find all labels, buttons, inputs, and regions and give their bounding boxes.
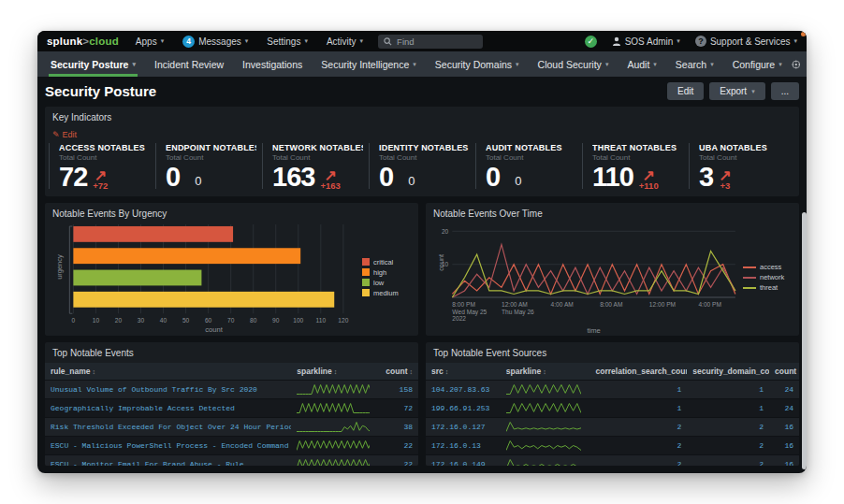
edit-button[interactable]: Edit (667, 82, 704, 100)
column-header-rule-name[interactable]: rule_name↕ (45, 363, 291, 381)
menu-messages[interactable]: 4Messages▾ (182, 36, 248, 48)
cell-rule-name[interactable]: Risk Threshold Exceeded For Object Over … (45, 418, 291, 437)
key-indicators-edit-link[interactable]: ✎ Edit (45, 124, 799, 139)
column-header-sparkline[interactable]: sparkline↕ (291, 363, 370, 381)
indicator-delta: +110 (639, 182, 659, 190)
nav-item-investigations[interactable]: Investigations (233, 51, 312, 77)
cell-count[interactable]: 22 (370, 455, 418, 466)
table-row[interactable]: 172.16.0.132216 (426, 437, 799, 455)
indicator-audit-notables[interactable]: AUDIT NOTABLESTotal Count00 (475, 143, 582, 189)
nav-item-security-domains[interactable]: Security Domains▾ (426, 51, 529, 77)
support-services-menu[interactable]: ? Support & Services ▾ (695, 36, 797, 47)
table-row[interactable]: 104.207.83.631124 (426, 381, 799, 399)
column-header-count[interactable]: count↕ (769, 363, 799, 381)
cell-rule-name[interactable]: ESCU - Malicious PowerShell Process - En… (45, 437, 291, 455)
nav-item-configure[interactable]: Configure▾ (723, 51, 792, 77)
export-button[interactable]: Export▾ (709, 82, 764, 100)
cell-count[interactable]: 16 (769, 437, 799, 455)
menu-apps[interactable]: Apps▾ (136, 36, 164, 47)
indicator-trend: ↗+3 (719, 170, 731, 189)
column-header-src[interactable]: src↕ (426, 363, 501, 381)
cell-count[interactable]: 24 (769, 381, 799, 399)
table-row[interactable]: Geographically Improbable Access Detecte… (45, 399, 418, 418)
indicator-delta: 0 (515, 174, 521, 188)
svg-text:70: 70 (227, 317, 235, 324)
table-row[interactable]: 172.16.0.1272216 (426, 418, 799, 437)
user-menu[interactable]: SOS Admin ▾ (612, 36, 680, 47)
top-notable-events-table: rule_name↕sparkline↕count↕Unusual Volume… (45, 360, 418, 466)
cell-correlation-search-count[interactable]: 2 (590, 437, 688, 455)
sparkline (506, 383, 581, 396)
cell-security-domain-count[interactable]: 2 (687, 418, 769, 437)
cell-count[interactable]: 158 (370, 381, 418, 399)
splunk-cloud-logo[interactable]: splunk>cloud (47, 36, 119, 47)
indicator-label: IDENTITY NOTABLES (379, 143, 470, 152)
health-status-icon[interactable]: ✓ (585, 36, 597, 48)
nav-item-incident-review[interactable]: Incident Review (145, 51, 233, 77)
table-row[interactable]: ESCU - Monitor Email For Brand Abuse - R… (45, 455, 418, 466)
cell-security-domain-count[interactable]: 1 (687, 399, 769, 418)
dashboard-body: Security Posture Edit Export▾ ... Key In… (37, 77, 807, 473)
indicator-delta: +3 (720, 182, 730, 190)
table-row[interactable]: Unusual Volume of Outbound Traffic By Sr… (45, 381, 418, 399)
cell-count[interactable]: 16 (769, 418, 799, 437)
table-row[interactable]: Risk Threshold Exceeded For Object Over … (45, 418, 418, 437)
indicator-endpoint-notables[interactable]: ENDPOINT NOTABLESTotal Count00 (155, 143, 262, 189)
indicator-access-notables[interactable]: ACCESS NOTABLESTotal Count72↗+72 (49, 143, 155, 189)
top-notable-events-title: Top Notable Events (45, 342, 418, 360)
nav-item-audit[interactable]: Audit▾ (618, 51, 665, 77)
sparkline (506, 439, 581, 452)
cell-src[interactable]: 199.66.91.253 (426, 399, 501, 418)
table-row[interactable]: 199.66.91.2531124 (426, 399, 799, 418)
nav-item-cloud-security[interactable]: Cloud Security▾ (529, 51, 618, 77)
indicator-value-row: 00 (486, 165, 576, 189)
cell-count[interactable]: 16 (769, 455, 799, 466)
indicator-identity-notables[interactable]: IDENTITY NOTABLESTotal Count00 (369, 143, 475, 189)
menu-settings[interactable]: Settings▾ (267, 36, 308, 47)
cell-src[interactable]: 172.16.0.13 (426, 437, 501, 455)
find-search-input[interactable] (397, 36, 472, 47)
data-table: rule_name↕sparkline↕count↕Unusual Volume… (45, 363, 418, 466)
cell-correlation-search-count[interactable]: 2 (590, 455, 688, 466)
vertical-scrollbar[interactable] (802, 212, 807, 469)
indicator-threat-notables[interactable]: THREAT NOTABLESTotal Count110↗+110 (582, 143, 689, 189)
table-row[interactable]: ESCU - Malicious PowerShell Process - En… (45, 437, 418, 455)
svg-text:Wed May 25: Wed May 25 (452, 309, 487, 316)
column-header-correlation-search-count[interactable]: correlation_search_count↕ (590, 363, 688, 381)
cell-correlation-search-count[interactable]: 1 (590, 381, 688, 399)
cell-security-domain-count[interactable]: 2 (687, 455, 769, 466)
cell-spark (291, 418, 370, 437)
column-header-sparkline[interactable]: sparkline↕ (501, 363, 590, 381)
column-header-count[interactable]: count↕ (370, 363, 418, 381)
cell-rule-name[interactable]: Geographically Improbable Access Detecte… (45, 399, 291, 418)
cell-count[interactable]: 24 (769, 399, 799, 418)
table-row[interactable]: 172.16.0.1492216 (426, 455, 799, 466)
cell-src[interactable]: 172.16.0.149 (426, 455, 501, 466)
cell-count[interactable]: 22 (370, 437, 418, 455)
urgency-bar-chart[interactable]: 0102030405060708090100110120counturgency (49, 221, 362, 334)
app-navigation-bar: Security Posture▾Incident ReviewInvestig… (37, 51, 807, 77)
column-header-security-domain-count[interactable]: security_domain_count↕ (687, 363, 769, 381)
sort-icon: ↕ (410, 368, 414, 375)
indicator-network-notables[interactable]: NETWORK NOTABLESTotal Count163↗+163 (262, 143, 369, 189)
cell-count[interactable]: 72 (370, 399, 418, 418)
cell-rule-name[interactable]: ESCU - Monitor Email For Brand Abuse - R… (45, 455, 291, 466)
cell-security-domain-count[interactable]: 2 (687, 437, 769, 455)
cell-src[interactable]: 172.16.0.127 (426, 418, 501, 437)
cell-spark (501, 418, 590, 437)
events-line-chart[interactable]: 10208:00 PMWed May 25202212:00 AMThu May… (429, 221, 743, 334)
sparkline (297, 383, 370, 396)
cell-src[interactable]: 104.207.83.63 (426, 381, 501, 399)
cell-count[interactable]: 38 (370, 418, 418, 437)
more-actions-button[interactable]: ... (771, 82, 799, 100)
menu-activity[interactable]: Activity▾ (327, 36, 363, 47)
cell-security-domain-count[interactable]: 1 (687, 381, 769, 399)
nav-item-security-posture[interactable]: Security Posture▾ (41, 51, 145, 77)
cell-rule-name[interactable]: Unusual Volume of Outbound Traffic By Sr… (45, 381, 291, 399)
nav-item-security-intelligence[interactable]: Security Intelligence▾ (312, 51, 425, 77)
cell-correlation-search-count[interactable]: 2 (590, 418, 688, 437)
indicator-uba-notables[interactable]: UBA NOTABLESTotal Count3↗+3 (689, 143, 795, 189)
cell-correlation-search-count[interactable]: 1 (590, 399, 688, 418)
nav-item-search[interactable]: Search▾ (666, 51, 723, 77)
find-search-box[interactable] (378, 35, 483, 49)
